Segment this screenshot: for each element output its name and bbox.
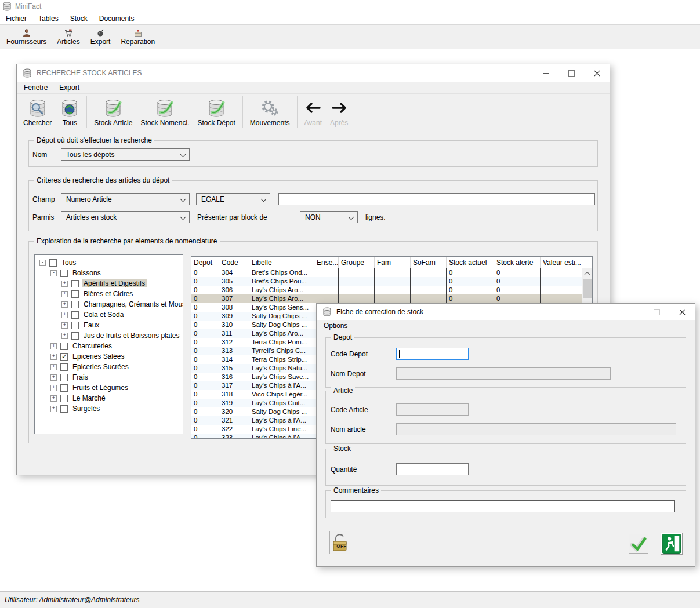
dialog-close-button[interactable] — [669, 304, 695, 320]
tree-checkbox[interactable] — [71, 322, 79, 329]
column-header[interactable]: Depot — [191, 257, 219, 268]
search-value-input[interactable] — [278, 193, 595, 205]
code-depot-input[interactable] — [396, 348, 469, 360]
tree-checkbox[interactable] — [71, 290, 79, 298]
tree-expander-icon[interactable]: + — [61, 301, 68, 308]
tree-checkbox[interactable] — [60, 270, 68, 277]
table-row[interactable]: 0 306 Lay's Chips Aro... 0 0 — [191, 286, 582, 294]
tree-item[interactable]: + Eaux — [35, 320, 183, 330]
minimize-button[interactable] — [533, 64, 558, 82]
operator-select[interactable]: EGALE — [196, 193, 270, 205]
tous-button[interactable]: Tous — [56, 94, 84, 130]
menu-tables[interactable]: Tables — [32, 14, 64, 23]
reparation-button[interactable]: Reparation — [115, 27, 160, 46]
maximize-button[interactable] — [558, 64, 584, 82]
tree-checkbox[interactable] — [71, 311, 79, 319]
stock-nomencl-button[interactable]: Stock Nomencl. — [136, 94, 193, 130]
tree-expander-icon[interactable]: + — [61, 291, 68, 297]
recherche-titlebar[interactable]: RECHERCHE STOCK ARTICLES — [17, 64, 610, 82]
table-row[interactable]: 0 305 Bret's Chips Pou... 0 0 — [191, 277, 582, 286]
tree-checkbox[interactable] — [71, 332, 79, 340]
tree-expander-icon[interactable]: - — [39, 260, 46, 266]
tree-checkbox[interactable] — [71, 280, 79, 287]
tree-item[interactable]: + Charcuteries — [35, 341, 183, 351]
menu-documents[interactable]: Documents — [93, 14, 140, 23]
exit-button[interactable] — [661, 533, 683, 555]
apres-button[interactable]: Après — [326, 94, 352, 130]
tree-expander-icon[interactable]: + — [50, 385, 57, 391]
column-header[interactable]: Valeur esti... — [541, 257, 583, 268]
column-header[interactable]: SoFam — [411, 257, 447, 268]
nomenclature-tree[interactable]: - Tous - Boissons + Apéritifs et Digesti… — [34, 254, 183, 434]
column-header[interactable]: Ense... — [314, 257, 339, 268]
tree-expander-icon[interactable]: + — [61, 281, 68, 287]
tree-item[interactable]: + Epiceries Salées — [35, 351, 183, 362]
tree-expander-icon[interactable]: + — [50, 406, 57, 412]
champ-select[interactable]: Numero Article — [61, 193, 190, 205]
tree-checkbox[interactable] — [60, 395, 68, 402]
tree-expander-icon[interactable]: + — [50, 395, 57, 402]
avant-button[interactable]: Avant — [300, 94, 326, 130]
tree-item[interactable]: + Bières et Cidres — [35, 289, 183, 299]
column-header[interactable]: Libelle — [249, 257, 314, 268]
commentaires-input[interactable] — [331, 500, 675, 512]
stock-article-button[interactable]: Stock Article — [90, 94, 136, 130]
tree-item[interactable]: + Jus de fruits et Boissons plates — [35, 330, 183, 341]
column-header[interactable]: Fam — [375, 257, 411, 268]
tree-expander-icon[interactable]: + — [50, 374, 57, 381]
tree-expander-icon[interactable]: + — [50, 354, 57, 360]
tree-expander-icon[interactable]: + — [61, 322, 68, 329]
tree-checkbox[interactable] — [60, 405, 68, 413]
tree-checkbox[interactable] — [60, 374, 68, 381]
tree-checkbox[interactable] — [71, 301, 79, 308]
scrollbar-thumb[interactable] — [583, 279, 592, 298]
table-row[interactable]: 0 307 Lay's Chips Aro... 0 0 — [191, 294, 582, 303]
tree-checkbox[interactable] — [49, 259, 57, 267]
tree-item[interactable]: + Frais — [35, 372, 183, 383]
column-header[interactable]: Stock actuel — [447, 257, 494, 268]
tree-item[interactable]: + Le Marché — [35, 393, 183, 403]
block-select[interactable]: NON — [300, 211, 358, 223]
tree-item[interactable]: + Champagnes, Crémants et Mouss... — [35, 299, 183, 310]
quantite-input[interactable] — [396, 463, 469, 475]
lock-toggle-button[interactable]: OFF — [329, 531, 350, 554]
menu-fenetre[interactable]: Fenetre — [18, 83, 53, 92]
stock-depot-button[interactable]: Stock Dépot — [193, 94, 239, 130]
chercher-button[interactable]: Chercher — [19, 94, 56, 130]
tree-item[interactable]: + Surgelés — [35, 403, 183, 414]
tree-expander-icon[interactable]: + — [61, 312, 68, 318]
menu-export-window[interactable]: Export — [53, 83, 85, 92]
dialog-titlebar[interactable]: Fiche de correction de stock — [317, 304, 695, 320]
articles-button[interactable]: Articles — [52, 27, 85, 46]
fournisseurs-button[interactable]: Fournisseurs — [1, 27, 52, 46]
tree-item[interactable]: + Cola et Soda — [35, 310, 183, 320]
tree-item[interactable]: - Tous — [35, 257, 183, 268]
dialog-minimize-button[interactable] — [618, 304, 644, 320]
depot-select[interactable]: Tous les dépots — [61, 148, 190, 161]
column-header[interactable]: Stock alerte — [494, 257, 541, 268]
tree-checkbox[interactable] — [60, 343, 68, 350]
menu-stock[interactable]: Stock — [64, 14, 93, 23]
tree-checkbox[interactable] — [60, 384, 68, 392]
menu-fichier[interactable]: Fichier — [0, 14, 32, 23]
column-header[interactable]: Code — [219, 257, 249, 268]
tree-expander-icon[interactable]: + — [50, 343, 57, 349]
mouvements-button[interactable]: Mouvements — [246, 94, 294, 130]
menu-options[interactable]: Options — [318, 321, 353, 330]
tree-expander-icon[interactable]: + — [61, 333, 68, 339]
scroll-up-icon[interactable] — [582, 268, 592, 278]
tree-expander-icon[interactable]: - — [50, 270, 57, 276]
export-button[interactable]: Export — [85, 27, 116, 46]
tree-expander-icon[interactable]: + — [50, 364, 57, 370]
tree-item[interactable]: + Apéritifs et Digestifs — [35, 278, 183, 289]
tree-checkbox[interactable] — [60, 363, 68, 371]
validate-button[interactable] — [629, 534, 648, 554]
parmis-select[interactable]: Articles en stock — [61, 211, 190, 223]
tree-item[interactable]: - Boissons — [35, 268, 183, 278]
column-header[interactable]: Groupe — [339, 257, 375, 268]
tree-checkbox[interactable] — [60, 353, 68, 361]
tree-item[interactable]: + Epiceries Sucrées — [35, 362, 183, 372]
table-row[interactable]: 0 304 Bret's Chips Ond... 0 0 — [191, 268, 582, 277]
tree-item[interactable]: + Fruits et Légumes — [35, 383, 183, 393]
close-button[interactable] — [584, 64, 610, 82]
